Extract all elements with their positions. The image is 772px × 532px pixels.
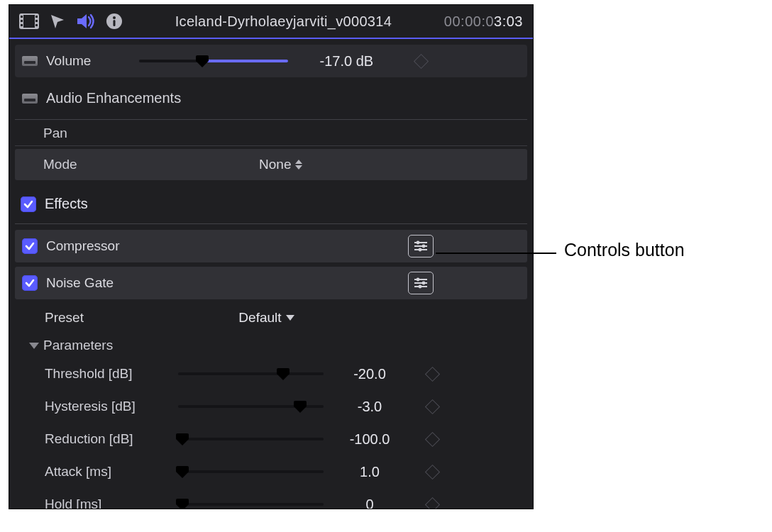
parameter-row: Reduction [dB] -100.0	[15, 423, 527, 455]
parameter-label: Reduction [dB]	[45, 431, 178, 447]
updown-caret-icon	[295, 160, 302, 170]
inspector-header-tabs: Iceland-Dyrholaeyjarviti_v000314 00:00:0…	[9, 5, 533, 39]
parameter-label: Threshold [dB]	[45, 366, 178, 382]
keyframe-icon[interactable]	[424, 431, 439, 446]
volume-value[interactable]: -17.0 dB	[297, 53, 396, 70]
svg-rect-11	[114, 20, 116, 26]
noise-gate-controls-button[interactable]	[408, 272, 434, 294]
effects-checkbox[interactable]	[21, 196, 36, 212]
parameters-label: Parameters	[43, 338, 113, 353]
svg-point-21	[422, 282, 426, 285]
svg-point-17	[419, 248, 422, 252]
svg-point-23	[419, 285, 422, 289]
keyframe-icon[interactable]	[414, 53, 429, 68]
svg-point-15	[422, 245, 426, 248]
preset-select[interactable]: Default	[84, 310, 527, 326]
keyframe-icon[interactable]	[424, 366, 439, 381]
parameter-slider[interactable]	[178, 433, 324, 445]
noise-gate-checkbox[interactable]	[22, 275, 38, 291]
parameter-value[interactable]: 1.0	[324, 464, 416, 480]
pan-mode-row: Mode None	[15, 149, 527, 180]
svg-rect-3	[21, 16, 23, 18]
parameter-slider[interactable]	[178, 465, 324, 478]
audio-enhancements-section: Audio Enhancements Pan Mode None	[15, 87, 527, 180]
parameter-row: Hold [ms] 0	[15, 488, 527, 509]
audio-tab-icon[interactable]	[76, 13, 96, 30]
svg-point-13	[417, 241, 420, 245]
drag-handle-icon[interactable]	[22, 56, 38, 66]
video-tab-icon[interactable]	[19, 13, 39, 29]
parameter-slider[interactable]	[178, 400, 324, 413]
parameter-row: Attack [ms] 1.0	[15, 455, 527, 488]
compressor-controls-button[interactable]	[408, 235, 434, 257]
disclosure-triangle-icon	[29, 343, 39, 349]
effect-row-compressor: Compressor	[15, 230, 527, 262]
parameter-row: Threshold [dB] -20.0	[15, 358, 527, 390]
timecode-bright: 3:03	[494, 13, 523, 29]
compressor-checkbox[interactable]	[22, 238, 38, 254]
parameter-value[interactable]: -3.0	[324, 399, 416, 415]
parameter-label: Hold [ms]	[45, 497, 178, 509]
svg-rect-6	[35, 16, 38, 18]
keyframe-icon[interactable]	[424, 464, 439, 479]
parameter-row: Hysteresis [dB] -3.0	[15, 390, 527, 423]
parameter-slider[interactable]	[178, 498, 324, 509]
svg-rect-5	[21, 24, 23, 26]
volume-label: Volume	[46, 53, 91, 69]
callout-text: Controls button	[564, 240, 685, 260]
volume-section: Volume -17.0 dB	[15, 45, 527, 77]
effects-section: Effects Compressor	[15, 196, 527, 509]
parameter-value[interactable]: 0	[324, 497, 416, 510]
audio-inspector-panel: Iceland-Dyrholaeyjarviti_v000314 00:00:0…	[9, 4, 534, 509]
parameters-disclosure[interactable]: Parameters	[15, 332, 527, 358]
pan-mode-label: Mode	[15, 157, 77, 172]
preset-label: Preset	[45, 310, 84, 326]
svg-rect-8	[35, 24, 38, 26]
keyframe-icon[interactable]	[424, 399, 439, 414]
compressor-label: Compressor	[46, 238, 399, 254]
svg-rect-4	[21, 20, 23, 22]
pan-mode-value: None	[259, 157, 291, 172]
parameter-slider[interactable]	[178, 367, 324, 380]
info-tab-icon[interactable]	[106, 13, 123, 30]
svg-point-10	[113, 16, 116, 19]
pan-mode-select[interactable]: None	[77, 157, 485, 172]
svg-rect-7	[35, 20, 38, 22]
audio-enhancements-label: Audio Enhancements	[46, 90, 181, 106]
svg-point-19	[417, 278, 420, 282]
noise-gate-preset-row: Preset Default	[15, 304, 527, 332]
drag-handle-icon[interactable]	[22, 94, 38, 104]
parameter-label: Attack [ms]	[45, 464, 178, 480]
generators-tab-icon[interactable]	[49, 13, 66, 30]
parameter-value[interactable]: -100.0	[324, 431, 416, 448]
effect-row-noise-gate: Noise Gate	[15, 267, 527, 299]
parameter-value[interactable]: -20.0	[324, 366, 416, 382]
pan-label: Pan	[15, 120, 527, 145]
clip-title: Iceland-Dyrholaeyjarviti_v000314	[133, 13, 434, 30]
noise-gate-label: Noise Gate	[46, 275, 399, 291]
timecode-dim: 00:00:0	[444, 13, 494, 29]
chevron-down-icon	[286, 315, 294, 321]
preset-value: Default	[238, 310, 281, 326]
keyframe-icon[interactable]	[424, 497, 439, 509]
parameter-label: Hysteresis [dB]	[45, 399, 178, 414]
clip-duration: 00:00:03:03	[444, 13, 523, 30]
volume-slider[interactable]	[139, 55, 288, 67]
callout-line	[436, 253, 556, 254]
effects-label: Effects	[45, 196, 88, 212]
